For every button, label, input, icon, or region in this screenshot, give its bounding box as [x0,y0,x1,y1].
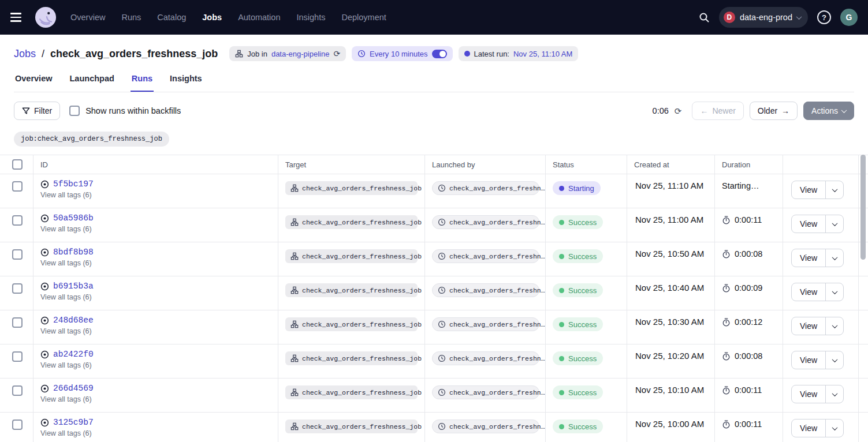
row-checkbox[interactable] [12,419,23,430]
row-checkbox[interactable] [12,283,23,294]
target-job-chip[interactable]: check_avg_orders_freshness_job [285,317,418,331]
help-button[interactable]: ? [817,10,831,24]
row-checkbox[interactable] [12,181,23,192]
view-all-tags-link[interactable]: View all tags (6) [40,225,92,233]
view-run-button[interactable]: View [792,249,825,267]
launched-by-chip[interactable]: check_avg_orders_freshn… [432,181,539,195]
view-run-dropdown-button[interactable] [825,351,843,369]
select-all-checkbox[interactable] [12,159,23,170]
refresh-icon[interactable]: ⟳ [675,107,682,115]
view-all-tags-link[interactable]: View all tags (6) [40,293,92,301]
status-dot [559,220,564,225]
nav-item-catalog[interactable]: Catalog [157,13,186,22]
run-id-link[interactable]: 8bdf8b98 [53,248,94,257]
view-all-tags-link[interactable]: View all tags (6) [40,429,92,437]
newer-button[interactable]: ← Newer [692,102,743,120]
tab-insights[interactable]: Insights [169,74,203,92]
created-at-cell: Nov 25, 11:00 AM [627,208,715,242]
nav-item-automation[interactable]: Automation [238,13,280,22]
view-all-tags-link[interactable]: View all tags (6) [40,395,92,403]
target-job-chip[interactable]: check_avg_orders_freshness_job [285,351,418,365]
run-id-link[interactable]: 248d68ee [53,316,94,325]
user-avatar[interactable]: G [840,9,858,26]
deployment-switcher[interactable]: D data-eng-prod [719,7,808,28]
actions-button[interactable]: Actions [803,102,854,120]
view-run-dropdown-button[interactable] [825,215,843,233]
status-cell: Success [546,379,627,412]
schedule-toggle[interactable] [432,50,447,58]
nav-item-insights[interactable]: Insights [296,13,325,22]
latest-run-link[interactable]: Nov 25, 11:10 AM [513,50,572,58]
launched-by-chip[interactable]: check_avg_orders_freshn… [432,215,539,229]
filter-button[interactable]: Filter [14,102,60,120]
job-filter-tag[interactable]: job:check_avg_orders_freshness_job [14,132,169,147]
job-location-link[interactable]: data-eng-pipeline [271,50,329,58]
run-id-link[interactable]: 266d4569 [53,384,94,393]
launched-by-chip[interactable]: check_avg_orders_freshn… [432,351,539,365]
view-all-tags-link[interactable]: View all tags (6) [40,191,92,199]
view-cell: View [783,276,859,310]
view-all-tags-link[interactable]: View all tags (6) [40,361,92,369]
target-job-chip[interactable]: check_avg_orders_freshness_job [285,283,418,297]
run-id-link[interactable]: 3125c9b7 [53,418,94,427]
status-cell: Success [546,344,627,378]
vertical-scrollbar[interactable] [860,155,866,260]
row-checkbox[interactable] [12,317,23,328]
view-run-dropdown-button[interactable] [825,385,843,403]
nav-item-jobs[interactable]: Jobs [202,13,222,22]
run-id-link[interactable]: 5f5bc197 [53,179,94,189]
target-job-chip[interactable]: check_avg_orders_freshness_job [285,385,418,399]
tab-runs[interactable]: Runs [131,74,154,92]
row-checkbox[interactable] [12,385,23,396]
run-id-link[interactable]: b6915b3a [53,282,94,291]
launched-by-chip[interactable]: check_avg_orders_freshn… [432,249,539,263]
target-job-chip[interactable]: check_avg_orders_freshness_job [285,249,418,263]
view-run-button[interactable]: View [792,215,825,233]
breadcrumb-jobs-link[interactable]: Jobs [14,48,36,60]
nav-item-deployment[interactable]: Deployment [341,13,386,22]
row-checkbox[interactable] [12,249,23,260]
table-row: 266d4569 View all tags (6) check_avg_ord… [0,379,868,413]
launched-by-chip[interactable]: check_avg_orders_freshn… [432,385,539,399]
tab-overview[interactable]: Overview [14,74,54,92]
status-cell: Success [546,413,627,442]
view-run-dropdown-button[interactable] [825,283,843,301]
view-run-dropdown-button[interactable] [825,181,843,198]
view-run-button[interactable]: View [792,419,825,437]
launched-by-chip[interactable]: check_avg_orders_freshn… [432,317,539,331]
view-run-dropdown-button[interactable] [825,419,843,437]
launched-by-chip[interactable]: check_avg_orders_freshn… [432,283,539,297]
search-icon[interactable] [699,12,710,23]
view-run-dropdown-button[interactable] [825,317,843,335]
target-cell: check_avg_orders_freshness_job [278,379,425,412]
status-dot [559,356,564,361]
reload-icon[interactable]: ⟳ [333,50,340,58]
tab-launchpad[interactable]: Launchpad [69,74,116,92]
hamburger-menu-icon[interactable] [10,8,29,27]
launched-by-cell: check_avg_orders_freshn… [425,276,546,310]
view-run-button[interactable]: View [792,385,825,403]
nav-item-overview[interactable]: Overview [70,13,105,22]
view-cell: View [783,344,859,378]
view-run-button[interactable]: View [792,317,825,335]
run-id-link[interactable]: 50a5986b [53,213,94,223]
view-run-button[interactable]: View [792,283,825,301]
view-run-dropdown-button[interactable] [825,249,843,267]
row-checkbox[interactable] [12,351,23,362]
target-job-chip[interactable]: check_avg_orders_freshness_job [285,215,418,229]
launched-by-cell: check_avg_orders_freshn… [425,379,546,412]
target-job-chip[interactable]: check_avg_orders_freshness_job [285,419,418,433]
run-id-link[interactable]: ab2422f0 [53,350,94,359]
older-button[interactable]: Older → [750,102,798,120]
nav-item-runs[interactable]: Runs [121,13,141,22]
view-all-tags-link[interactable]: View all tags (6) [40,327,92,335]
view-run-button[interactable]: View [792,351,825,369]
created-at-cell: Nov 25, 10:30 AM [627,310,715,344]
target-job-chip[interactable]: check_avg_orders_freshness_job [285,181,418,195]
view-run-button[interactable]: View [792,181,825,198]
view-all-tags-link[interactable]: View all tags (6) [40,259,92,267]
launched-by-chip[interactable]: check_avg_orders_freshn… [432,419,539,433]
show-backfills-checkbox[interactable] [69,106,80,116]
row-select-cell [0,242,33,276]
row-checkbox[interactable] [12,215,23,226]
